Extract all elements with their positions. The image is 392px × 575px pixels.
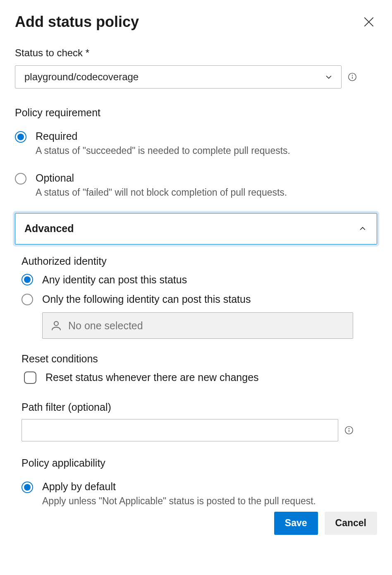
advanced-label: Advanced: [24, 223, 74, 235]
radio-input[interactable]: [22, 274, 33, 285]
radio-label: Required: [36, 129, 377, 144]
status-to-check-select[interactable]: playground/codecoverage: [15, 65, 342, 89]
person-icon: [50, 319, 62, 332]
radio-any-identity[interactable]: Any identity can post this status: [22, 273, 370, 287]
svg-point-5: [54, 321, 58, 326]
radio-input[interactable]: [15, 131, 26, 143]
radio-input[interactable]: [15, 173, 26, 184]
identity-picker[interactable]: No one selected: [42, 312, 353, 339]
radio-label: Only the following identity can post thi…: [42, 292, 251, 307]
close-button[interactable]: [361, 14, 377, 30]
chevron-down-icon: [324, 72, 334, 82]
status-to-check-label: Status to check *: [15, 47, 377, 59]
identity-picker-placeholder: No one selected: [68, 320, 143, 332]
info-icon[interactable]: [344, 425, 354, 435]
svg-point-8: [349, 428, 349, 429]
reset-status-checkbox[interactable]: [24, 371, 36, 384]
policy-applicability-heading: Policy applicability: [22, 457, 370, 469]
cancel-button[interactable]: Cancel: [325, 512, 377, 535]
policy-requirement-heading: Policy requirement: [15, 107, 377, 119]
authorized-identity-heading: Authorized identity: [22, 255, 370, 267]
info-icon[interactable]: [347, 72, 357, 82]
status-to-check-value: playground/codecoverage: [24, 71, 139, 83]
path-filter-input[interactable]: [22, 419, 338, 441]
radio-desc: A status of "succeeded" is needed to com…: [36, 145, 377, 156]
close-icon: [362, 15, 375, 29]
advanced-expander[interactable]: Advanced: [15, 213, 377, 244]
radio-apply-default[interactable]: Apply by default Apply unless "Not Appli…: [22, 480, 370, 507]
radio-input[interactable]: [22, 294, 33, 305]
path-filter-label: Path filter (optional): [22, 401, 370, 413]
chevron-up-icon: [358, 224, 368, 234]
radio-label: Apply by default: [42, 480, 370, 494]
radio-label: Any identity can post this status: [42, 273, 187, 287]
radio-required[interactable]: Required A status of "succeeded" is need…: [15, 129, 377, 156]
radio-input[interactable]: [22, 482, 33, 493]
radio-optional[interactable]: Optional A status of "failed" will not b…: [15, 171, 377, 198]
save-button[interactable]: Save: [274, 512, 318, 535]
radio-only-identity[interactable]: Only the following identity can post thi…: [22, 292, 370, 307]
radio-desc: Apply unless "Not Applicable" status is …: [42, 496, 370, 507]
svg-point-4: [352, 75, 353, 75]
radio-label: Optional: [36, 171, 377, 185]
dialog-title: Add status policy: [15, 13, 139, 31]
reset-conditions-heading: Reset conditions: [22, 353, 370, 365]
radio-desc: A status of "failed" will not block comp…: [36, 187, 377, 198]
reset-status-label: Reset status whenever there are new chan…: [45, 371, 259, 385]
reset-status-checkbox-row[interactable]: Reset status whenever there are new chan…: [24, 371, 370, 385]
